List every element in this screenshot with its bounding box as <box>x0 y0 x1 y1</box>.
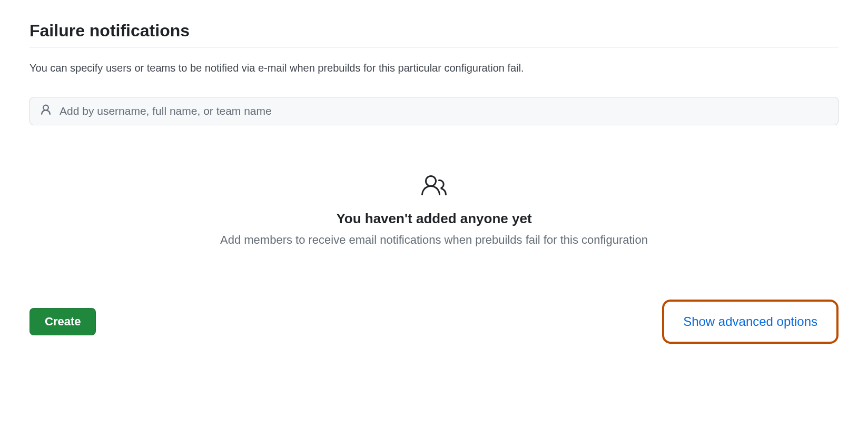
user-search-input[interactable] <box>60 105 828 117</box>
footer: Create Show advanced options <box>29 300 839 344</box>
user-search-field[interactable] <box>29 97 839 125</box>
advanced-options-highlight: Show advanced options <box>662 300 839 344</box>
person-icon <box>40 104 60 118</box>
people-icon <box>29 173 839 198</box>
section-title: Failure notifications <box>29 21 839 47</box>
empty-state-title: You haven't added anyone yet <box>29 211 839 227</box>
section-description: You can specify users or teams to be not… <box>29 60 839 76</box>
empty-state-subtitle: Add members to receive email notificatio… <box>29 233 839 247</box>
create-button[interactable]: Create <box>29 308 96 335</box>
show-advanced-options-link[interactable]: Show advanced options <box>683 314 817 328</box>
empty-state: You haven't added anyone yet Add members… <box>29 173 839 247</box>
